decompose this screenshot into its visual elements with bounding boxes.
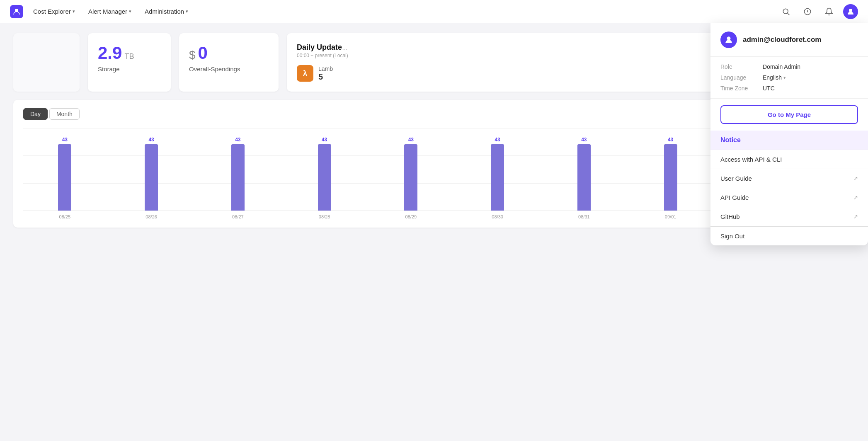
bar (404, 144, 417, 211)
chevron-down-icon: ▾ (73, 9, 75, 14)
spendings-value: $ 0 (189, 43, 269, 63)
api-guide-item[interactable]: API Guide ↗ (710, 188, 868, 207)
external-link-icon: ↗ (853, 175, 858, 182)
bar-value: 43 (408, 137, 414, 143)
bar-col-08/31: 43 (543, 137, 626, 211)
user-avatar-large (720, 32, 737, 48)
chart-toggle: Day Month (23, 108, 712, 120)
bar-col-08/30: 43 (456, 137, 539, 211)
bar-date-label: 08/31 (543, 214, 626, 219)
nav-alert-manager-label: Alert Manager (88, 8, 127, 15)
role-value: Domain Admin (763, 63, 800, 70)
stat-card-spendings: $ 0 Overall-Spendings (179, 33, 279, 92)
bar (491, 144, 504, 211)
timezone-label: Time Zone (720, 85, 758, 92)
svg-line-2 (788, 13, 790, 15)
svg-point-1 (783, 9, 788, 14)
stat-card-hidden (13, 33, 80, 92)
chart-section: Day Month 4343434343434343 08/2508/2608/… (13, 100, 722, 228)
user-email: admin@cloudforet.com (743, 36, 821, 44)
bar-value: 43 (495, 137, 500, 143)
notice-item[interactable]: Notice (710, 131, 868, 150)
nav-alert-manager[interactable]: Alert Manager ▾ (88, 8, 131, 15)
bar-date-label: 08/25 (23, 214, 107, 219)
storage-value: 2.9 TB (98, 43, 161, 63)
user-avatar-button[interactable] (843, 4, 858, 19)
nav-cost-explorer-label: Cost Explorer (33, 8, 71, 15)
sign-out-item[interactable]: Sign Out (710, 226, 868, 245)
goto-my-page-button[interactable]: Go to My Page (720, 105, 858, 124)
bar-col-08/28: 43 (283, 137, 366, 211)
bar-col-08/29: 43 (369, 137, 453, 211)
github-label: GitHub (720, 213, 740, 220)
bar-col-08/25: 43 (23, 137, 107, 211)
user-guide-item[interactable]: User Guide ↗ (710, 169, 868, 188)
chevron-down-icon: ▾ (186, 9, 188, 14)
role-row: Role Domain Admin (720, 63, 858, 70)
nav-cost-explorer[interactable]: Cost Explorer ▾ (33, 8, 75, 15)
month-toggle-button[interactable]: Month (49, 108, 80, 120)
github-item[interactable]: GitHub ↗ (710, 207, 868, 226)
user-dropdown-menu: admin@cloudforet.com Role Domain Admin L… (710, 23, 868, 245)
bar-value: 43 (62, 137, 68, 143)
bar (318, 144, 331, 211)
language-row: Language English ▾ (720, 74, 858, 81)
user-guide-label: User Guide (720, 175, 752, 182)
top-nav: Cost Explorer ▾ Alert Manager ▾ Administ… (0, 0, 868, 23)
user-meta: Role Domain Admin Language English ▾ Tim… (710, 57, 868, 99)
currency-symbol: $ (189, 48, 196, 62)
bar-date-label: 08/26 (110, 214, 193, 219)
api-cli-item[interactable]: Access with API & CLI (710, 150, 868, 169)
timezone-row: Time Zone UTC (720, 85, 858, 92)
nav-right (778, 4, 858, 19)
bookmark-button[interactable] (800, 4, 815, 19)
bar (58, 144, 71, 211)
bar (664, 144, 677, 211)
bar-value: 43 (668, 137, 673, 143)
bar-date-label: 09/01 (629, 214, 712, 219)
lambda-icon: λ (297, 65, 313, 82)
spendings-label: Overall-Spendings (189, 65, 269, 73)
bar-value: 43 (322, 137, 327, 143)
stat-card-storage: 2.9 TB Storage (88, 33, 171, 92)
storage-label: Storage (98, 65, 161, 73)
bar-col-08/27: 43 (196, 137, 280, 211)
api-cli-label: Access with API & CLI (720, 156, 782, 163)
bar-date-label: 08/30 (456, 214, 539, 219)
lambda-count: 5 (318, 72, 333, 82)
bar-value: 43 (235, 137, 240, 143)
timezone-value: UTC (763, 85, 775, 92)
sign-out-label: Sign Out (720, 233, 744, 240)
day-toggle-button[interactable]: Day (23, 108, 48, 120)
bar (577, 144, 591, 211)
language-value[interactable]: English ▾ (763, 74, 786, 81)
external-link-icon: ↗ (853, 213, 858, 220)
bar-value: 43 (581, 137, 587, 143)
nav-logo[interactable] (10, 5, 23, 18)
bar-chart: 4343434343434343 (23, 128, 712, 211)
bar (231, 144, 245, 211)
user-header: admin@cloudforet.com (710, 23, 868, 57)
language-label: Language (720, 74, 758, 81)
bar-date-label: 08/29 (369, 214, 453, 219)
chevron-down-icon: ▾ (783, 75, 786, 80)
role-label: Role (720, 63, 758, 70)
nav-items: Cost Explorer ▾ Alert Manager ▾ Administ… (33, 8, 778, 15)
bar-value: 43 (148, 137, 154, 143)
bar-col-09/01: 43 (629, 137, 712, 211)
bar-col-08/26: 43 (110, 137, 193, 211)
lambda-name: Lamb (318, 65, 333, 72)
chevron-down-icon: ▾ (129, 9, 131, 14)
external-link-icon: ↗ (853, 194, 858, 201)
api-guide-label: API Guide (720, 194, 749, 201)
bar-date-label: 08/27 (196, 214, 280, 219)
nav-administration-label: Administration (145, 8, 184, 15)
svg-point-4 (849, 9, 852, 12)
nav-administration[interactable]: Administration ▾ (145, 8, 188, 15)
bar-date-label: 08/28 (283, 214, 366, 219)
notification-button[interactable] (822, 4, 836, 19)
bar (145, 144, 158, 211)
bar-labels: 08/2508/2608/2708/2808/2908/3008/3109/01 (23, 214, 712, 219)
search-button[interactable] (778, 4, 793, 19)
storage-unit: TB (124, 52, 134, 61)
